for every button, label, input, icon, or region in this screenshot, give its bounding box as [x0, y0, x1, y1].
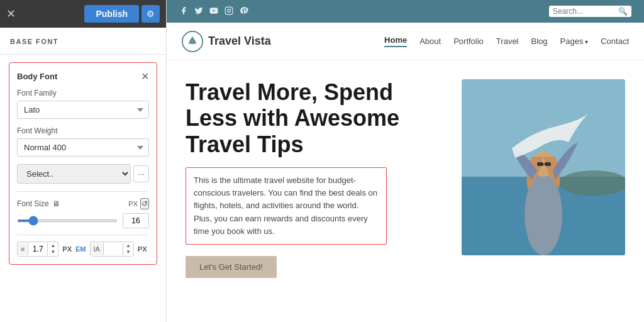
site-logo: Travel Vista [182, 31, 271, 52]
publish-button[interactable]: Publish [84, 5, 139, 23]
nav-links: Home About Portfolio Travel Blog Pages C… [384, 35, 629, 47]
panel-title: BASE FONT [10, 38, 58, 45]
divider-2 [17, 235, 149, 235]
svg-point-2 [228, 9, 231, 12]
letter-spacing-down-button[interactable]: ▼ [123, 249, 133, 255]
font-weight-label: Font Weight [17, 126, 149, 135]
style-select[interactable]: Select.. [17, 164, 131, 184]
svg-point-3 [231, 8, 231, 9]
font-size-input[interactable] [123, 213, 149, 228]
font-family-label: Font Family [17, 89, 149, 97]
line-height-icon: ≡ [18, 243, 28, 255]
site-top-bar: 🔍 [167, 0, 644, 23]
font-family-select[interactable]: Lato Open Sans Roboto [17, 101, 149, 119]
lh-unit-px: PX [62, 245, 72, 253]
hero-image [462, 79, 625, 255]
site-hero: Travel More, Spend Less with Awesome Tra… [167, 60, 644, 322]
search-input[interactable] [553, 7, 616, 16]
line-height-down-button[interactable]: ▼ [48, 249, 58, 255]
nav-home[interactable]: Home [384, 35, 407, 47]
hero-image-svg [462, 79, 625, 255]
ls-unit-px: PX [138, 245, 147, 253]
font-family-group: Font Family Lato Open Sans Roboto [17, 89, 149, 119]
font-weight-group: Font Weight Normal 400 Bold 700 Light 30… [17, 126, 149, 157]
select-with-dots-group: Select.. ··· [17, 164, 149, 184]
panel-content: Body Font ✕ Font Family Lato Open Sans R… [0, 55, 166, 322]
reset-button[interactable]: ↺ [140, 198, 149, 209]
letter-spacing-box: IA ▲ ▼ [90, 242, 134, 257]
youtube-icon [209, 6, 218, 17]
left-panel: ✕ Publish ⚙ BASE FONT Body Font ✕ Font F… [0, 0, 167, 322]
hero-text: Travel More, Spend Less with Awesome Tra… [186, 79, 443, 278]
dots-button[interactable]: ··· [133, 165, 149, 182]
cta-button[interactable]: Let's Get Started! [186, 256, 277, 278]
search-bar[interactable]: 🔍 [549, 6, 631, 17]
px-unit-button[interactable]: PX [128, 200, 138, 208]
body-font-section: Body Font ✕ Font Family Lato Open Sans R… [9, 62, 157, 265]
twitter-icon [194, 6, 203, 17]
nav-blog[interactable]: Blog [531, 36, 548, 46]
social-icons [179, 6, 248, 17]
nav-portfolio[interactable]: Portfolio [453, 36, 484, 46]
hero-description: This is the ultimate travel website for … [186, 167, 387, 245]
letter-spacing-input[interactable] [104, 242, 123, 256]
instagram-icon [225, 6, 233, 17]
font-size-row: Font Size 🖥 PX ↺ [17, 198, 149, 209]
hero-heading: Travel More, Spend Less with Awesome Tra… [186, 79, 443, 157]
panel-title-bar: BASE FONT [0, 28, 166, 55]
font-weight-select[interactable]: Normal 400 Bold 700 Light 300 [17, 138, 149, 157]
slider-row [17, 213, 149, 228]
line-height-input[interactable] [28, 242, 47, 256]
font-size-label: Font Size 🖥 [17, 199, 60, 208]
body-font-label: Body Font [17, 72, 57, 81]
top-bar: ✕ Publish ⚙ [0, 0, 166, 28]
svg-rect-12 [537, 162, 543, 166]
publish-area: Publish ⚙ [84, 5, 160, 23]
lh-unit-em[interactable]: EM [75, 245, 86, 253]
gear-button[interactable]: ⚙ [142, 5, 160, 23]
letter-spacing-spinners: ▲ ▼ [123, 243, 133, 255]
pinterest-icon [240, 6, 248, 17]
svg-rect-13 [545, 162, 551, 166]
svg-rect-1 [225, 7, 233, 14]
letter-spacing-icon: IA [91, 243, 104, 255]
close-body-font-button[interactable]: ✕ [141, 70, 149, 82]
nav-about[interactable]: About [419, 36, 441, 46]
font-size-slider[interactable] [17, 219, 118, 222]
logo-icon [182, 31, 203, 52]
unit-buttons: PX ↺ [128, 198, 149, 209]
line-height-box: ≡ ▲ ▼ [17, 242, 58, 257]
search-icon: 🔍 [618, 7, 628, 16]
right-panel: 🔍 Travel Vista Home About Portfolio Trav… [167, 0, 644, 322]
section-header: Body Font ✕ [17, 70, 149, 82]
letter-spacing-up-button[interactable]: ▲ [123, 243, 133, 249]
svg-point-8 [559, 170, 625, 196]
line-height-spinners: ▲ ▼ [47, 243, 58, 255]
logo-text: Travel Vista [208, 35, 271, 48]
monitor-icon: 🖥 [52, 199, 60, 208]
site-nav: Travel Vista Home About Portfolio Travel… [167, 23, 644, 60]
line-height-up-button[interactable]: ▲ [48, 243, 58, 249]
nav-travel[interactable]: Travel [496, 36, 519, 46]
close-button[interactable]: ✕ [6, 7, 16, 21]
facebook-icon [179, 6, 188, 17]
divider [17, 191, 149, 192]
nav-pages[interactable]: Pages [560, 36, 589, 46]
bottom-controls: ≡ ▲ ▼ PX EM IA ▲ ▼ [17, 242, 149, 257]
nav-contact[interactable]: Contact [601, 36, 629, 46]
